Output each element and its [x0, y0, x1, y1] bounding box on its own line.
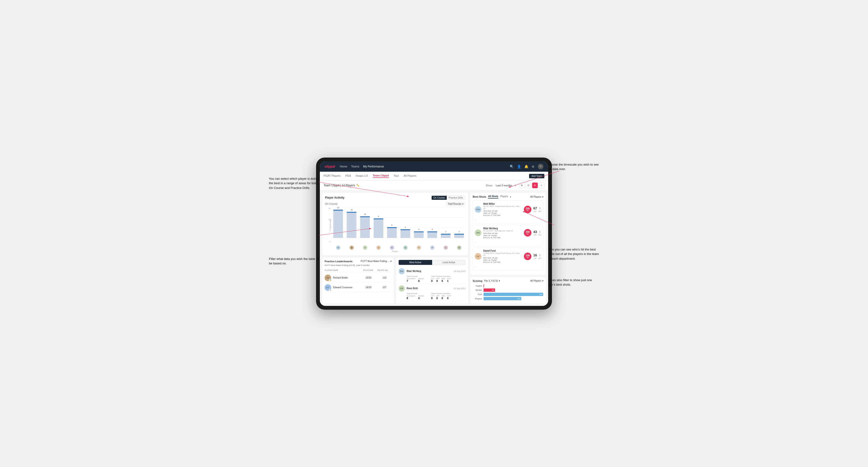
plus-circle-icon[interactable]: ⊕ — [532, 165, 534, 168]
active-avatar-1: BM — [399, 268, 405, 274]
avatar-item-8: C — [440, 246, 452, 250]
practice-section: Practice Leaderboards PUTT Must Make Put… — [322, 257, 394, 304]
most-active-button[interactable]: Most Active — [399, 260, 432, 265]
add-team-button[interactable]: Add Team — [529, 174, 545, 178]
app-col-2: APP 0 — [436, 295, 440, 300]
zero-unit-1: yds — [538, 234, 541, 236]
tournament-col: Tournament 7 — [407, 278, 415, 282]
dist-unit-2: yds — [534, 257, 536, 259]
shot-chevron-0[interactable]: › — [475, 218, 482, 221]
all-players-dropdown[interactable]: All Players ▾ — [530, 195, 544, 198]
avatar-item-4: E — [386, 246, 398, 250]
practice-filter-label: PUTT Must Make Putting ... — [361, 260, 390, 262]
y-label-5: 5 — [330, 229, 331, 231]
chevron-down-icon[interactable]: ▾ — [515, 184, 516, 187]
bar-value-0: 13 — [337, 207, 339, 209]
view-icons: ⊞ ⊟ ♥ ≡ — [519, 183, 545, 188]
shot-card-2[interactable]: DF David Ford 24 Aug 2023 · Royal North … — [473, 247, 544, 271]
shot-player-sub-0: 09 Jun 2023 · Royal North Devon GC, Hole… — [483, 205, 522, 210]
scoring-bar-container-2: 499 — [484, 293, 544, 296]
avatar-item-3: C — [372, 246, 384, 250]
scoring-row-0: Eagles 3 — [473, 284, 544, 287]
view-heart-button[interactable]: ♥ — [532, 183, 538, 188]
bar-0 — [333, 210, 343, 238]
on-course-toggle[interactable]: On Course — [432, 196, 447, 200]
practice-score-1: 19/20 — [361, 276, 375, 279]
shot-card-1[interactable]: BM Blair McHarg 23 Jul 2023 · Ashridge G… — [473, 225, 544, 246]
shot-distances-0: 67 yds 0 yds — [533, 206, 541, 212]
nav-link-teams[interactable]: Teams — [351, 165, 359, 168]
active-player-header-2: RB Rees Britt 02 Sep 2023 — [399, 285, 466, 291]
bar-highlight-5 — [401, 229, 410, 230]
team-header: Team Clippd | 14 Players ✏️ Show: Last 3… — [320, 181, 548, 190]
shot-chevron-1[interactable]: › — [475, 241, 482, 244]
sub-nav-hcaps[interactable]: Hcaps 1-5 — [356, 174, 368, 178]
scoring-filter1[interactable]: Par 3, 4 & 5s ▾ — [484, 280, 500, 282]
y-label-15: 15 — [329, 207, 331, 210]
putt-col-2: PUTT 0 — [447, 295, 451, 300]
practice-rank-badge-1: 🥇 — [329, 279, 332, 282]
active-player-card-1[interactable]: BM Blair McHarg 26 Aug 2023 Total Rounds — [399, 267, 466, 284]
active-total-practice-1: Total Practice Activities GTT 0 APP — [431, 275, 466, 282]
nav-link-my-performance[interactable]: My Performance — [363, 165, 384, 168]
chart-filter-button[interactable]: Total Rounds ▾ — [446, 202, 465, 206]
shot-dist-col-1: 43 yds — [533, 230, 537, 236]
shot-details-2: Shot Dist: 16 ydsStart Lie: RoughEnd Lie… — [483, 257, 522, 263]
sub-nav-tour[interactable]: Tour — [394, 174, 399, 178]
practice-filter-button[interactable]: PUTT Must Make Putting ... ▾ — [361, 260, 392, 262]
active-stats-2: Total Rounds Tournament 8 Practice — [407, 292, 466, 300]
active-date-2: 02 Sep 2023 — [454, 287, 466, 290]
bell-icon[interactable]: 🔔 — [524, 165, 528, 168]
least-active-button[interactable]: Least Active — [432, 260, 466, 265]
bar-9 — [454, 234, 464, 238]
edit-icon[interactable]: ✏️ — [356, 184, 359, 187]
practice-row-1[interactable]: RB 🥇 Richard Butler 19/20 110 — [324, 273, 392, 283]
chart-sub-header: On Course Total Rounds ▾ — [325, 202, 465, 206]
view-grid9-button[interactable]: ⊟ — [526, 183, 531, 188]
sub-nav-pga[interactable]: PGA — [345, 174, 351, 178]
scoring-bar-1: 96 — [484, 288, 495, 292]
shot-avatar-2: DF — [475, 253, 482, 260]
chart-container: 0 5 10 15 Total Rounds 1312109543322 — [325, 207, 465, 250]
chart-filter-chevron: ▾ — [462, 203, 464, 205]
tournament-val-2: 8 — [407, 297, 415, 300]
scoring-filter2[interactable]: All Players ▾ — [530, 280, 544, 282]
shot-sg-badge-1: 200 SG — [524, 229, 531, 237]
sub-nav-pgat[interactable]: PGAT Players — [323, 174, 341, 178]
view-grid4-button[interactable]: ⊞ — [519, 183, 525, 188]
top-nav: clippd Home Teams My Performance 🔍 👤 🔔 ⊕… — [320, 161, 548, 172]
dist-val-1: 43 — [533, 230, 537, 234]
tab-players[interactable]: Players — [500, 195, 508, 198]
practice-row-2[interactable]: EC 🥈 Edward Crossman 18/20 107 — [324, 283, 392, 292]
nav-link-home[interactable]: Home — [340, 165, 347, 168]
on-course-label: On Course — [325, 203, 338, 205]
show-value[interactable]: Last 3 months — [496, 184, 512, 187]
sub-nav-all-players[interactable]: All Players — [404, 174, 416, 178]
best-shots-chevron[interactable]: ▾ — [510, 195, 511, 198]
practice-header: Practice Leaderboards PUTT Must Make Put… — [324, 260, 392, 263]
bar-group-3: 9 — [372, 210, 384, 238]
avatar-row: MBFCEBBMCR — [332, 246, 465, 250]
tab-all-shots[interactable]: All Shots — [488, 195, 498, 198]
scoring-label-1: Birdies — [473, 289, 482, 291]
tablet-frame: clippd Home Teams My Performance 🔍 👤 🔔 ⊕… — [316, 158, 552, 310]
most-active-section: Most Active Least Active BM Blair McHarg… — [396, 257, 468, 304]
search-icon[interactable]: 🔍 — [510, 165, 514, 168]
users-icon[interactable]: 👤 — [517, 165, 521, 168]
zero-unit-2: yds — [538, 257, 541, 259]
scoring-label-2: Pars — [473, 293, 482, 295]
avatar[interactable]: U — [538, 164, 544, 169]
practice-label-2: Practice — [418, 295, 424, 297]
mini-avatar-1: B — [349, 246, 354, 250]
bar-group-6: 3 — [413, 210, 425, 238]
practice-table-header: PLAYER NAME PB SCORE PB AVG SQ — [324, 269, 392, 272]
bar-highlight-7 — [427, 231, 437, 232]
shot-chevron-2[interactable]: › — [475, 265, 482, 269]
sub-nav-team-clippd[interactable]: Team Clippd — [373, 174, 389, 178]
shot-card-0[interactable]: MM Matt Miller 09 Jun 2023 · Royal North… — [473, 200, 544, 224]
practice-drills-toggle[interactable]: Practice Drills — [447, 196, 465, 200]
active-player-card-2[interactable]: RB Rees Britt 02 Sep 2023 Total Rounds — [399, 284, 466, 301]
avatar-item-2: F — [359, 246, 371, 250]
view-list-button[interactable]: ≡ — [539, 183, 545, 188]
shot-info-2: David Ford 24 Aug 2023 · Royal North Dev… — [483, 250, 522, 263]
